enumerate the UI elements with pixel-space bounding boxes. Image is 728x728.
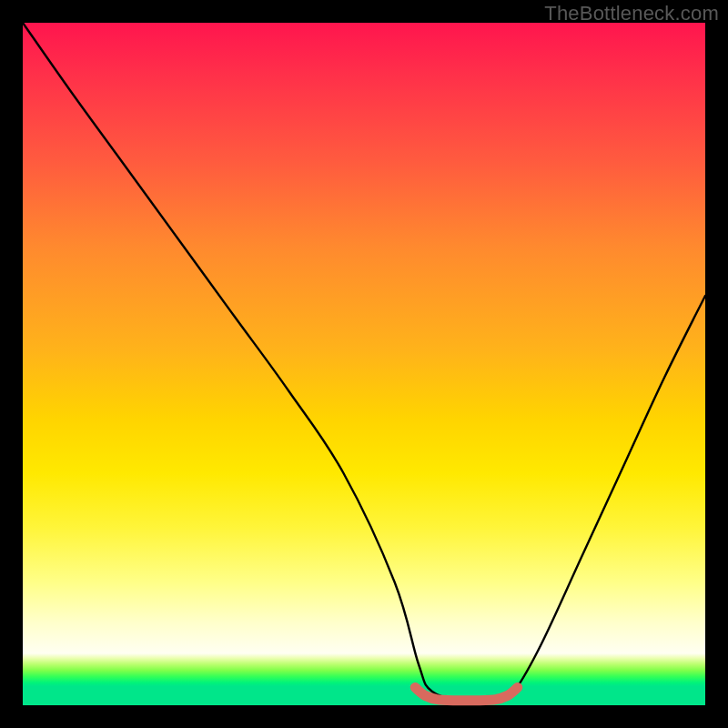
watermark-text: TheBottleneck.com <box>544 2 719 25</box>
bottleneck-curve <box>23 23 705 702</box>
chart-svg <box>23 23 705 705</box>
chart-plot-area <box>23 23 705 705</box>
chart-frame: TheBottleneck.com <box>0 0 728 728</box>
